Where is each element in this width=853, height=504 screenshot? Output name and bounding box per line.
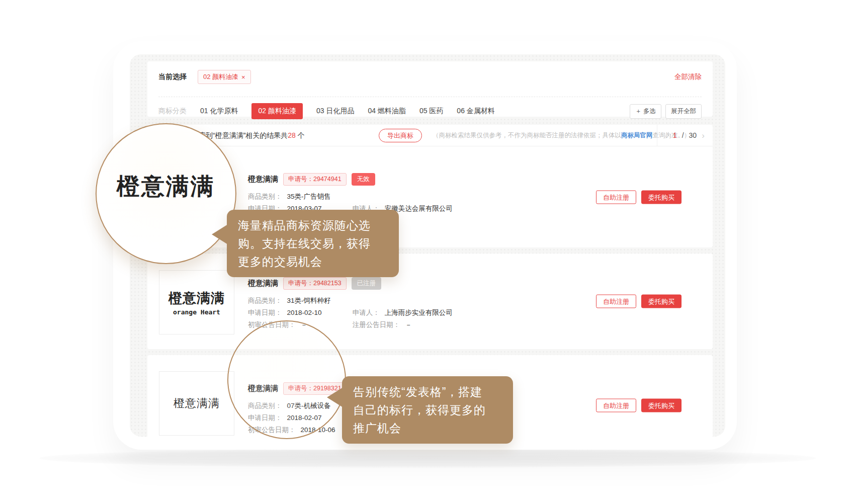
tooltip2-line3: 推广机会 xyxy=(353,419,502,437)
tooltip1-line2: 购。支持在线交易，获得 xyxy=(238,234,388,253)
expand-all-button[interactable]: 展开全部 xyxy=(665,104,702,119)
filter-actions: ＋ 多选 展开全部 xyxy=(630,104,702,119)
filter-panel: 当前选择 02 颜料油漆 × 全部清除 商标分类 01 化学原料 02 颜料油漆… xyxy=(147,61,713,117)
page-separator: / xyxy=(682,131,684,139)
category-item-02-selected[interactable]: 02 颜料油漆 xyxy=(251,103,302,119)
row2-category-line: 商品类别：31类-饲料种籽 xyxy=(248,295,597,307)
row1-text: 橙意满满 申请号：29474941 无效 商品类别：35类-广告销售 申请日期：… xyxy=(248,146,597,215)
row1-actions: 自助注册 委托购买 xyxy=(596,190,681,204)
chevron-left-icon[interactable]: ‹ xyxy=(665,131,668,140)
selected-filter-tag[interactable]: 02 颜料油漆 × xyxy=(198,70,251,84)
category-label: 商品类别： xyxy=(248,297,282,304)
entrust-buy-button[interactable]: 委托购买 xyxy=(641,295,681,308)
tooltip2-line1: 告别传统“发表格”，搭建 xyxy=(353,383,502,401)
pagination: ‹ 1 / 30 › xyxy=(657,125,713,146)
self-register-button[interactable]: 自助注册 xyxy=(596,190,636,204)
category-row: 商标分类 01 化学原料 02 颜料油漆 03 日化用品 04 燃料油脂 05 … xyxy=(158,105,702,118)
page-total: 30 xyxy=(689,131,697,139)
reg-notice-label: 注册公告日期： xyxy=(353,321,400,328)
selected-filter-tag-label: 02 颜料油漆 xyxy=(203,72,238,81)
reg-notice-value: － xyxy=(405,321,412,328)
trademark-name: 橙意满满 xyxy=(248,175,278,184)
row1-title-line: 橙意满满 申请号：29474941 无效 xyxy=(248,173,597,186)
summary-mid: 相关的结果共 xyxy=(245,131,288,139)
thumbnail-calligraphy-text: 橙意满满 xyxy=(168,289,225,307)
summary-count: 28 xyxy=(288,131,296,139)
row2-title-line: 橙意满满 申请号：29482153 已注册 xyxy=(248,277,597,290)
magnifier-circle-2 xyxy=(227,320,346,439)
row2-date-line: 申请日期：2018-02-10 申请人：上海雨步实业有限公司 xyxy=(248,307,597,319)
tooltip2-line2: 自己的标行，获得更多的 xyxy=(353,401,502,419)
self-register-button[interactable]: 自助注册 xyxy=(596,295,636,308)
frame-drop-shadow xyxy=(39,449,816,468)
status-badge-registered: 已注册 xyxy=(352,277,382,290)
trademark-thumbnail[interactable]: 橙意满满 xyxy=(159,371,234,436)
export-trademark-button[interactable]: 导出商标 xyxy=(379,129,422,142)
current-selection-row: 当前选择 02 颜料油漆 × 全部清除 xyxy=(158,69,702,85)
callout-tooltip-1: 海量精品商标资源随心选 购。支持在线交易，获得 更多的交易机会 xyxy=(227,210,399,277)
applicant-cell: 申请人：上海雨步实业有限公司 xyxy=(353,309,453,316)
magnified-trademark-text: 橙意满满 xyxy=(117,171,215,202)
entrust-buy-button[interactable]: 委托购买 xyxy=(641,399,681,412)
applicant-label: 申请人： xyxy=(353,309,380,316)
entrust-buy-button[interactable]: 委托购买 xyxy=(641,190,681,204)
apply-date-label: 申请日期： xyxy=(248,309,282,316)
disclaimer-note: （商标检索结果仅供参考，不作为商标能否注册的法律依据；具体以商标局官网查询为准。… xyxy=(433,125,691,146)
trademark-thumbnail[interactable]: 橙意满满 orange Heart xyxy=(159,270,234,334)
thumbnail-text: 橙意满满 xyxy=(174,396,220,411)
chevron-right-icon[interactable]: › xyxy=(702,131,705,140)
category-item-03[interactable]: 03 日化用品 xyxy=(316,107,354,116)
note-pre: （商标检索结果仅供参考，不作为商标能否注册的法律依据；具体以 xyxy=(433,132,621,139)
multi-select-button[interactable]: ＋ 多选 xyxy=(630,104,661,119)
page-current: 1 xyxy=(673,131,677,139)
clear-all-button[interactable]: 全部清除 xyxy=(674,72,702,81)
self-register-button[interactable]: 自助注册 xyxy=(596,399,636,412)
thumbnail-subtext: orange Heart xyxy=(173,308,220,316)
category-item-06[interactable]: 06 金属材料 xyxy=(457,107,494,116)
application-number-badge: 申请号：29474941 xyxy=(283,173,347,186)
classify-label: 商标分类 xyxy=(158,107,187,116)
application-number-badge: 申请号：29482153 xyxy=(283,277,347,290)
applicant-value: 上海雨步实业有限公司 xyxy=(385,309,453,316)
status-badge-invalid: 无效 xyxy=(352,173,375,186)
category-item-01[interactable]: 01 化学原料 xyxy=(200,107,238,116)
apply-date-value: 2018-02-10 xyxy=(287,309,322,316)
category-label: 商品类别： xyxy=(248,193,282,200)
reg-notice-cell: 注册公告日期：－ xyxy=(353,321,412,328)
row1-category-line: 商品类别：35类-广告销售 xyxy=(248,191,597,203)
apply-date-cell: 申请日期：2018-02-10 xyxy=(248,307,351,319)
category-item-04[interactable]: 04 燃料油脂 xyxy=(368,107,405,116)
category-item-05[interactable]: 05 医药 xyxy=(419,107,443,116)
summary-keyword: “橙意满满” xyxy=(213,131,245,139)
tooltip1-line3: 更多的交易机会 xyxy=(238,253,388,271)
row3-actions: 自助注册 委托购买 xyxy=(596,399,681,412)
summary-unit: 个 xyxy=(296,131,305,139)
trademark-office-link[interactable]: 商标局官网 xyxy=(621,132,653,139)
results-header: 为您检索到“橙意满满”相关的结果共28 个 导出商标 （商标检索结果仅供参考，不… xyxy=(147,125,713,146)
current-selection-label: 当前选择 xyxy=(158,72,187,81)
category-value: 35类-广告销售 xyxy=(287,193,331,200)
page: 当前选择 02 颜料油漆 × 全部清除 商标分类 01 化学原料 02 颜料油漆… xyxy=(0,0,853,504)
row2-actions: 自助注册 委托购买 xyxy=(596,295,681,308)
trademark-name: 橙意满满 xyxy=(248,279,278,288)
category-value: 31类-饲料种籽 xyxy=(287,297,331,304)
close-icon[interactable]: × xyxy=(241,73,245,81)
callout-tooltip-2: 告别传统“发表格”，搭建 自己的标行，获得更多的 推广机会 xyxy=(342,376,513,444)
tooltip1-line1: 海量精品商标资源随心选 xyxy=(238,216,388,234)
filter-divider xyxy=(158,97,702,97)
